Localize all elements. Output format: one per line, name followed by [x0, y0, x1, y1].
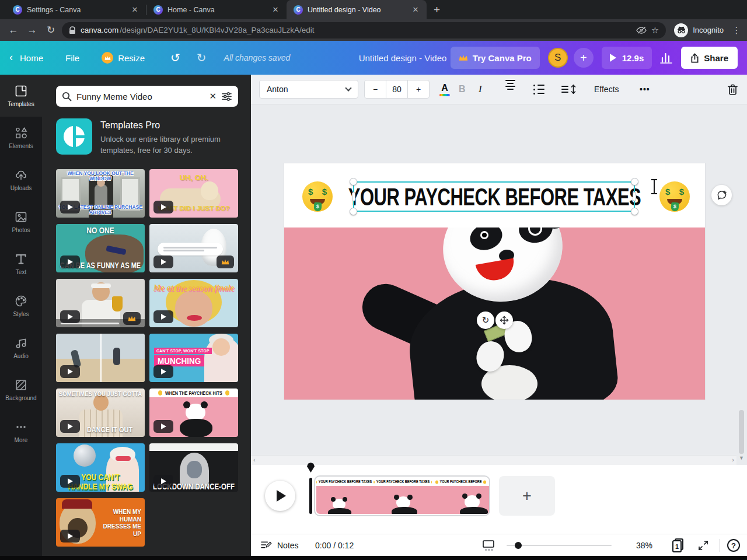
effects-button[interactable]: Effects — [594, 80, 619, 99]
sidebar-item-elements[interactable]: Elements — [0, 117, 42, 159]
clip-trim-handle[interactable] — [309, 478, 312, 514]
move-handle[interactable] — [495, 312, 513, 329]
notes-button[interactable]: Notes — [260, 534, 299, 556]
undo-icon[interactable]: ↺ — [170, 51, 180, 65]
zoom-slider-knob[interactable] — [515, 542, 522, 549]
browser-tab-settings[interactable]: C Settings - Canva ✕ — [6, 0, 146, 19]
sidebar-item-text[interactable]: Text — [0, 243, 42, 285]
toolbar-more-button[interactable]: ••• — [640, 80, 650, 99]
browser-tab-active-design[interactable]: C Untitled design - Video ✕ — [287, 0, 427, 19]
filter-icon[interactable] — [221, 92, 232, 102]
rotate-handle[interactable]: ↻ — [477, 312, 494, 329]
video-clip-panda[interactable] — [284, 228, 705, 400]
file-menu-button[interactable]: File — [65, 53, 79, 63]
vertical-scrollbar-thumb[interactable] — [739, 410, 744, 454]
add-member-button[interactable]: + — [574, 48, 594, 68]
add-page-button[interactable]: + — [499, 476, 555, 516]
template-pug-dress-up[interactable]: WHEN MY HUMAN DRESSES ME UP — [56, 498, 145, 547]
tab-close-icon[interactable]: ✕ — [270, 5, 281, 15]
video-clip-filmstrip[interactable]: YOUR PAYCHECK BEFORE TAXES YOUR PAYCHECK… — [314, 475, 490, 516]
clear-search-icon[interactable]: ✕ — [209, 91, 217, 102]
browser-tab-home[interactable]: C Home - Canva ✕ — [146, 0, 287, 19]
money-mouth-emoji-left[interactable]: $$$ — [302, 181, 333, 212]
reload-icon[interactable]: ↻ — [43, 24, 58, 36]
try-canva-pro-button[interactable]: Try Canva Pro — [451, 47, 540, 69]
template-trophy-guy[interactable] — [56, 279, 145, 327]
zoom-slider[interactable] — [507, 534, 612, 556]
sidebar-item-styles[interactable]: Styles — [0, 285, 42, 327]
resize-handle[interactable] — [631, 178, 638, 186]
sidebar-item-background[interactable]: Background — [0, 369, 42, 411]
scroll-left-arrow[interactable]: ‹ — [253, 456, 256, 463]
template-paycheck-hits[interactable]: WHEN THE PAYCHECK HITS — [149, 388, 238, 437]
font-family-select[interactable]: Anton — [259, 80, 358, 99]
resize-handle[interactable] — [350, 208, 357, 215]
template-munching[interactable]: CAN'T STOP, WON'T STOP MUNCHING — [149, 334, 238, 382]
text-align-button[interactable] — [505, 80, 515, 99]
template-beach-dancers[interactable] — [56, 334, 145, 382]
bookmark-star-icon[interactable]: ☆ — [651, 25, 659, 36]
sidebar-item-photos[interactable]: Photos — [0, 201, 42, 243]
template-season-finale[interactable]: Me at the season finale — [149, 279, 238, 327]
delete-button[interactable] — [728, 80, 738, 99]
font-size-value[interactable]: 80 — [386, 80, 407, 98]
sidebar-item-templates[interactable]: Templates — [0, 75, 42, 117]
template-funny-cat[interactable]: NO ONE CAN BE AS FUNNY AS ME — [56, 224, 145, 272]
sidebar-item-more[interactable]: More — [0, 411, 42, 453]
resize-button[interactable]: Resize — [102, 52, 145, 64]
line-spacing-button[interactable] — [561, 80, 576, 99]
insights-chart-icon[interactable] — [660, 52, 673, 64]
add-comment-button[interactable] — [711, 185, 732, 205]
template-handle-my-swag[interactable]: YOU CAN'THANDLE MY SWAG — [56, 443, 145, 492]
new-tab-button[interactable]: + — [434, 4, 440, 16]
user-avatar[interactable]: S — [548, 48, 568, 68]
font-size-stepper: − 80 + — [364, 80, 430, 99]
template-uh-oh-dog[interactable]: UH, OH. WHAT DID I JUST DO? — [149, 169, 238, 218]
bold-button[interactable]: B — [459, 80, 466, 99]
tab-close-icon[interactable]: ✕ — [410, 5, 421, 15]
italic-button[interactable]: I — [479, 80, 482, 99]
list-button[interactable] — [533, 80, 544, 99]
horizontal-scrollbar[interactable]: ‹ › — [251, 455, 736, 465]
resize-handle[interactable] — [350, 178, 357, 186]
resize-handle[interactable] — [631, 208, 638, 215]
template-dance-it-out[interactable]: SOMETIMES YOU JUST GOTTA DANCE IT OUT — [56, 388, 145, 437]
font-size-increase[interactable]: + — [407, 80, 429, 98]
tab-close-icon[interactable]: ✕ — [130, 5, 140, 15]
resize-handle-side[interactable] — [352, 192, 355, 201]
fullscreen-button[interactable] — [698, 534, 708, 556]
text-color-button[interactable]: A — [438, 80, 452, 99]
help-button[interactable]: ? — [727, 534, 740, 556]
template-window-purchase[interactable]: WHEN YOU LOOK OUT THE WINDOW YOUR LATEST… — [56, 169, 145, 218]
scroll-right-arrow[interactable]: › — [732, 456, 734, 463]
font-size-decrease[interactable]: − — [365, 80, 386, 98]
playhead-marker[interactable] — [307, 463, 315, 473]
timeline-play-button[interactable] — [265, 481, 295, 511]
template-lockdown-dance-off[interactable]: LOCKDOWN DANCE-OFF — [149, 443, 238, 492]
eye-off-icon[interactable] — [636, 26, 647, 34]
resize-handle-side[interactable] — [633, 192, 636, 201]
uploads-icon — [14, 168, 28, 182]
sidebar-item-audio[interactable]: Audio — [0, 327, 42, 369]
templates-pro-card[interactable]: Templates Pro Unlock our entire library … — [56, 118, 238, 156]
text-selection-box[interactable] — [353, 181, 635, 212]
text-icon — [14, 252, 28, 266]
template-owl[interactable] — [149, 224, 238, 272]
design-page[interactable]: $$$ $$$ YOUR PAYCHECK BEFORE TAXES — [284, 163, 705, 400]
home-button[interactable]: ‹ Home — [9, 53, 43, 63]
preview-play-button[interactable]: 12.9s — [602, 47, 652, 69]
zoom-percent[interactable]: 38% — [636, 534, 652, 556]
forward-icon[interactable]: → — [25, 24, 40, 36]
page-count-button[interactable]: 1 — [672, 534, 684, 556]
redo-icon[interactable]: ↻ — [197, 51, 207, 65]
share-label: Share — [704, 53, 728, 63]
share-button[interactable]: Share — [681, 47, 738, 69]
money-mouth-emoji-right[interactable]: $$$ — [659, 181, 690, 212]
grid-view-button[interactable] — [482, 534, 495, 556]
sidebar-item-uploads[interactable]: Uploads — [0, 159, 42, 201]
search-input[interactable] — [76, 92, 204, 102]
scroll-down-arrow[interactable]: ▼ — [739, 455, 745, 461]
browser-menu-icon[interactable]: ⋮ — [732, 25, 741, 36]
back-icon[interactable]: ← — [6, 24, 21, 36]
address-bar[interactable]: canva.com/design/DAE2YU1k_8U/KBl4vJV28a_… — [62, 22, 666, 38]
